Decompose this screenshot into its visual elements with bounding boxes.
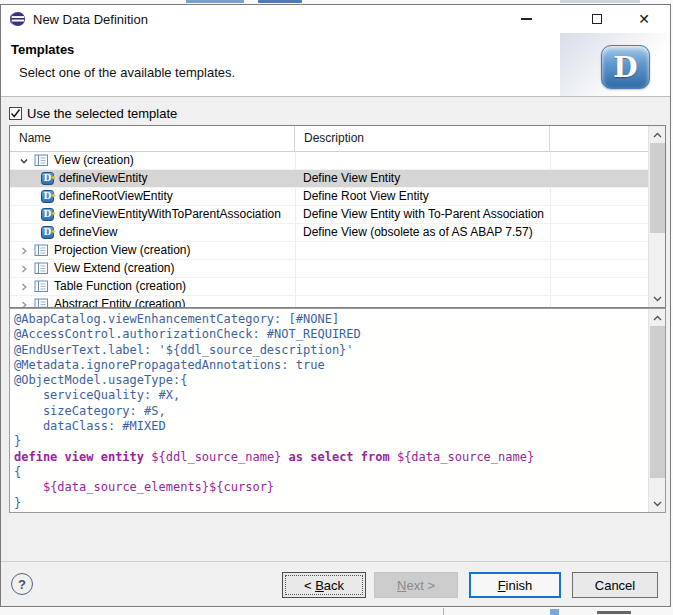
row-label: View Extend (creation)	[54, 260, 175, 277]
close-icon: ✕	[638, 12, 650, 26]
data-definition-template-icon: D✦	[41, 172, 54, 185]
code-line: ${data_source_elements}${cursor}	[14, 480, 650, 495]
template-group-icon	[34, 244, 49, 257]
button-bar: ? < BackNext >FinishCancel	[1, 561, 670, 607]
cancel-button[interactable]: Cancel	[572, 572, 658, 598]
chevron-expanded-icon	[19, 156, 29, 166]
scroll-thumb[interactable]	[650, 326, 665, 478]
tree-group-row[interactable]: View Extend (creation)	[10, 260, 648, 278]
data-definition-logo-icon: D	[601, 45, 650, 89]
page-title: Templates	[11, 42, 74, 57]
use-template-checkbox[interactable]	[9, 107, 22, 120]
template-row[interactable]: D✦defineViewDefine View (obsolete as of …	[10, 224, 648, 242]
scroll-up-button[interactable]	[649, 309, 666, 326]
background-fragment	[443, 608, 444, 615]
template-table-body: View (creation)D✦defineViewEntityDefine …	[10, 152, 648, 307]
row-label: defineViewEntity	[59, 170, 148, 187]
scroll-thumb[interactable]	[650, 143, 665, 233]
row-label: defineViewEntityWithToParentAssociation	[59, 206, 281, 223]
code-preview: @AbapCatalog.viewEnhancementCategory: [#…	[9, 308, 666, 513]
row-label: Abstract Entity (creation)	[54, 296, 185, 307]
tree-group-row[interactable]: Abstract Entity (creation)	[10, 296, 648, 307]
code-line: define view entity ${ddl_source_name} as…	[14, 450, 650, 465]
background-fragment	[597, 611, 631, 614]
scroll-down-button[interactable]	[649, 290, 666, 307]
tree-group-row[interactable]: Projection View (creation)	[10, 242, 648, 260]
code-line: }	[14, 434, 650, 449]
code-line: }	[14, 496, 650, 511]
row-label: Table Function (creation)	[54, 278, 186, 295]
code-line: serviceQuality: #X,	[14, 388, 650, 403]
chevron-down-icon	[653, 296, 662, 302]
use-template-row: Use the selected template	[9, 104, 177, 122]
template-group-icon	[34, 298, 49, 307]
row-description: Define View Entity with To-Parent Associ…	[295, 206, 550, 223]
template-group-icon	[34, 154, 49, 167]
footer-buttons: < BackNext >FinishCancel	[282, 572, 658, 598]
finish-button[interactable]: Finish	[469, 572, 561, 598]
tree-group-row[interactable]: Table Function (creation)	[10, 278, 648, 296]
code-line: sizeCategory: #S,	[14, 404, 650, 419]
data-definition-template-icon: D✦	[41, 190, 54, 203]
desktop-background: New Data Definition ✕ Templates Select o…	[0, 0, 673, 615]
row-description: Define Root View Entity	[295, 188, 550, 205]
scroll-down-button[interactable]	[649, 495, 666, 512]
chevron-up-icon	[653, 315, 662, 321]
column-header-name[interactable]: Name	[10, 126, 295, 152]
template-row[interactable]: D✦defineRootViewEntityDefine Root View E…	[10, 188, 648, 206]
chevron-collapsed-icon	[19, 282, 29, 292]
template-row[interactable]: D✦defineViewEntityWithToParentAssociatio…	[10, 206, 648, 224]
chevron-up-icon	[653, 132, 662, 138]
back-button[interactable]: < Back	[282, 572, 366, 598]
data-definition-template-icon: D✦	[41, 226, 54, 239]
row-label: Projection View (creation)	[54, 242, 191, 259]
code-line: @EndUserText.label: '${ddl_source_descri…	[14, 343, 650, 358]
template-row[interactable]: D✦defineViewEntityDefine View Entity	[10, 170, 648, 188]
use-template-label: Use the selected template	[27, 106, 177, 121]
code-line: @Metadata.ignorePropagatedAnnotations: t…	[14, 358, 650, 373]
chevron-down-icon	[653, 501, 662, 507]
table-scrollbar[interactable]	[648, 126, 665, 307]
table-header: Name Description	[10, 126, 648, 152]
eclipse-icon	[10, 11, 26, 27]
minimize-icon	[521, 18, 532, 20]
minimize-button[interactable]	[509, 5, 543, 33]
window-title: New Data Definition	[33, 12, 148, 27]
row-label: View (creation)	[54, 152, 134, 169]
page-subtitle: Select one of the available templates.	[19, 65, 235, 80]
star-badge-icon: ✦	[50, 169, 56, 186]
star-badge-icon: ✦	[50, 205, 56, 222]
row-description: Define View Entity	[295, 170, 550, 187]
chevron-collapsed-icon	[19, 300, 29, 308]
checkmark-icon	[10, 108, 21, 119]
data-definition-template-icon: D✦	[41, 208, 54, 221]
row-label: defineRootViewEntity	[59, 188, 173, 205]
background-fragment	[258, 0, 302, 3]
column-header-description[interactable]: Description	[295, 126, 550, 152]
background-fragment	[550, 609, 559, 615]
code-line: @ObjectModel.usageType:{	[14, 373, 650, 388]
background-strip	[0, 608, 673, 615]
code-line: {	[14, 465, 650, 480]
row-label: defineView	[59, 224, 118, 241]
question-mark-icon: ?	[18, 577, 26, 592]
close-button[interactable]: ✕	[627, 5, 661, 33]
code-line: dataClass: #MIXED	[14, 419, 650, 434]
next-button: Next >	[374, 572, 458, 598]
scroll-up-button[interactable]	[649, 126, 666, 143]
star-badge-icon: ✦	[50, 223, 56, 240]
background-fragment	[186, 0, 244, 3]
star-badge-icon: ✦	[50, 187, 56, 204]
template-table: Name Description View (creation)D✦define…	[9, 125, 666, 308]
template-group-icon	[34, 262, 49, 275]
chevron-collapsed-icon	[19, 264, 29, 274]
tree-group-row[interactable]: View (creation)	[10, 152, 648, 170]
help-button[interactable]: ?	[11, 573, 33, 595]
logo-letter: D	[613, 51, 637, 84]
template-group-icon	[34, 280, 49, 293]
code-scrollbar[interactable]	[648, 309, 665, 512]
row-description: Define View (obsolete as of AS ABAP 7.57…	[295, 224, 550, 241]
code-preview-text: @AbapCatalog.viewEnhancementCategory: [#…	[10, 309, 650, 512]
maximize-button[interactable]	[580, 5, 614, 33]
titlebar: New Data Definition ✕	[1, 5, 670, 33]
